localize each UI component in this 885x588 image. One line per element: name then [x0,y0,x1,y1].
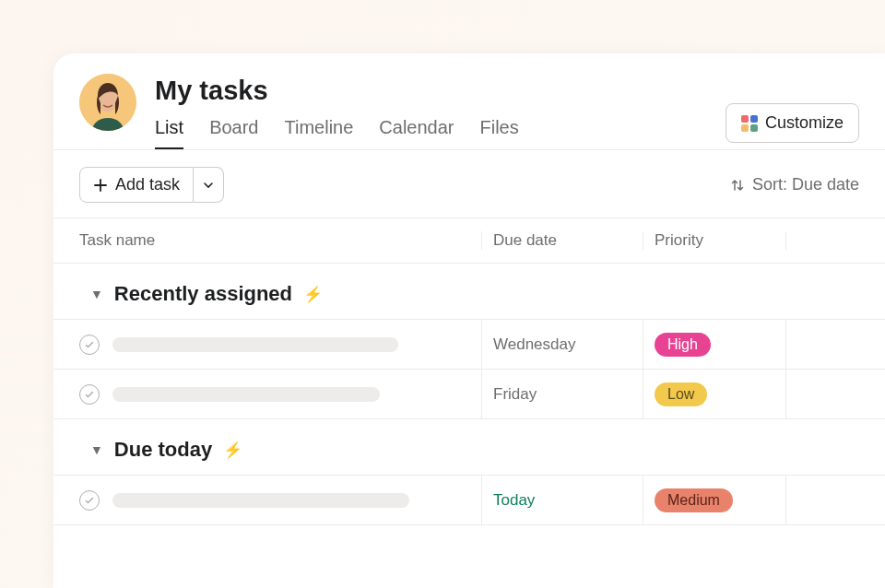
header: My tasks ListBoardTimelineCalendarFiles … [53,53,885,149]
complete-toggle[interactable] [79,490,100,511]
caret-down-icon: ▼ [90,442,103,457]
sort-icon [730,178,745,193]
due-date[interactable]: Wednesday [493,335,575,354]
task-row[interactable]: Wednesday High [53,320,885,370]
add-task-group: Add task [79,167,224,203]
bolt-icon: ⚡ [223,441,242,460]
bolt-icon: ⚡ [303,285,323,304]
tabs: ListBoardTimelineCalendarFiles [155,117,519,149]
task-row[interactable]: Today Medium [53,476,885,525]
task-name-placeholder [112,337,398,352]
task-name-placeholder [112,493,409,508]
customize-label: Customize [765,113,844,133]
tab-board[interactable]: Board [209,117,258,149]
col-priority[interactable]: Priority [643,231,785,250]
task-row[interactable]: Friday Low [53,370,885,419]
customize-button[interactable]: Customize [726,103,859,143]
row-extra [785,320,859,369]
col-task-name[interactable]: Task name [79,231,481,250]
row-extra [785,370,859,418]
complete-toggle[interactable] [79,335,100,355]
task-name-placeholder [112,387,380,402]
column-headers: Task name Due date Priority [53,218,885,264]
add-task-button[interactable]: Add task [79,167,194,203]
add-task-label: Add task [115,175,180,194]
my-tasks-card: My tasks ListBoardTimelineCalendarFiles … [53,53,885,588]
page-title: My tasks [155,76,519,106]
section-header[interactable]: ▼ Recently assigned ⚡ [53,264,885,320]
avatar[interactable] [79,74,136,131]
priority-pill[interactable]: Low [655,382,707,406]
chevron-down-icon [203,180,214,191]
due-date[interactable]: Friday [493,385,537,404]
section-title: Due today [114,438,212,462]
sections-container: ▼ Recently assigned ⚡ Wednesday High Fri… [53,264,885,525]
tab-calendar[interactable]: Calendar [379,117,454,149]
complete-toggle[interactable] [79,384,100,405]
tab-timeline[interactable]: Timeline [285,117,354,149]
priority-pill[interactable]: High [655,333,711,357]
plus-icon [93,178,108,193]
sort-control[interactable]: Sort: Due date [730,175,859,194]
priority-pill[interactable]: Medium [655,488,733,512]
col-due-date[interactable]: Due date [481,231,643,250]
section-title: Recently assigned [114,282,292,306]
tab-files[interactable]: Files [480,117,519,149]
customize-icon [741,115,758,132]
title-block: My tasks ListBoardTimelineCalendarFiles [155,74,519,149]
row-extra [785,476,859,524]
add-task-dropdown[interactable] [194,167,224,203]
col-extra [785,231,859,250]
due-date[interactable]: Today [493,491,535,510]
toolbar: Add task Sort: Due date [53,150,885,218]
caret-down-icon: ▼ [90,287,103,301]
header-left: My tasks ListBoardTimelineCalendarFiles [79,74,519,149]
sort-label: Sort: Due date [752,175,859,194]
tab-list[interactable]: List [155,117,183,149]
section-header[interactable]: ▼ Due today ⚡ [53,419,885,476]
